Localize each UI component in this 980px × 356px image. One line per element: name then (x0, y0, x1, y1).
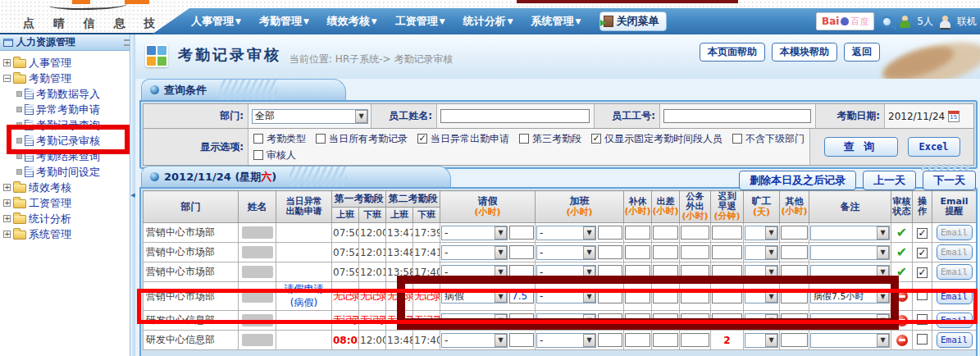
overtime-select[interactable]: -▼ (536, 289, 596, 304)
comp-hours-input[interactable] (625, 226, 650, 240)
option-不含下级部门[interactable]: 不含下级部门 (732, 132, 805, 146)
option-当日所有考勤记录[interactable]: 当日所有考勤记录 (316, 132, 408, 146)
sidebar-item-考勤时间设定[interactable]: 考勤时间设定 (3, 164, 135, 180)
employee-name-input[interactable] (440, 109, 590, 123)
email-button[interactable]: Email (937, 244, 973, 260)
email-button[interactable]: Email (937, 289, 973, 304)
contact-icon[interactable] (940, 16, 950, 28)
remark-combobox[interactable]: ▼ (810, 265, 890, 280)
option-审核人[interactable]: 审核人 (253, 148, 296, 162)
operation-checkbox-checked[interactable]: ✓ (917, 248, 928, 258)
absent-select[interactable]: ▼ (745, 289, 778, 304)
sidebar-item-工资管理[interactable]: +工资管理 (3, 195, 135, 211)
leave-select[interactable]: 病假▼ (441, 289, 508, 304)
overtime-hours-input[interactable] (598, 245, 622, 259)
option-考勤类型[interactable]: 考勤类型 (253, 132, 306, 146)
official-hours-input[interactable] (681, 265, 709, 279)
checkbox-unchecked[interactable] (732, 134, 742, 144)
official-hours-input[interactable] (681, 245, 709, 259)
sidebar-item-考勤记录审核[interactable]: 考勤记录审核 (3, 133, 135, 148)
absent-select[interactable]: ▼ (745, 333, 778, 348)
leave-hours-input[interactable] (509, 290, 534, 304)
email-button[interactable]: Email (937, 225, 973, 240)
trip-hours-input[interactable] (653, 290, 678, 304)
leave-select[interactable]: -▼ (441, 226, 508, 240)
other-hours-input[interactable] (781, 290, 808, 304)
remark-combobox[interactable]: ▼ (810, 333, 890, 348)
sidebar-item-人事管理[interactable]: +人事管理 (3, 55, 135, 71)
comp-hours-input[interactable] (625, 265, 650, 279)
overtime-select[interactable]: -▼ (536, 226, 596, 240)
absent-select[interactable]: ▼ (745, 245, 778, 260)
trip-hours-input[interactable] (653, 313, 678, 327)
checkbox-unchecked[interactable] (519, 134, 529, 144)
late-minutes-input[interactable] (712, 265, 742, 279)
trip-hours-input[interactable] (653, 245, 678, 259)
remark-combobox[interactable]: ▼ (810, 226, 890, 240)
sidebar-splitter[interactable]: ◀ (130, 34, 135, 356)
other-hours-input[interactable] (781, 313, 808, 327)
late-minutes-input[interactable] (712, 290, 742, 304)
official-hours-input[interactable] (681, 313, 709, 327)
operation-checkbox-checked[interactable]: ✓ (917, 267, 928, 278)
absent-select[interactable]: ▼ (745, 265, 778, 280)
nav-menu[interactable]: 人事管理▼ (191, 14, 241, 29)
header-button-返回[interactable]: 返回 (844, 43, 880, 62)
checkbox-unchecked[interactable] (253, 134, 263, 144)
header-button-本模块帮助[interactable]: 本模块帮助 (772, 43, 837, 62)
calendar-icon[interactable] (948, 111, 959, 122)
comp-hours-input[interactable] (625, 245, 650, 259)
overtime-hours-input[interactable] (598, 226, 622, 240)
checkbox-unchecked[interactable] (316, 134, 326, 144)
overtime-hours-input[interactable] (598, 313, 622, 327)
expand-icon[interactable]: + (3, 230, 11, 238)
comp-hours-input[interactable] (625, 313, 650, 327)
official-hours-input[interactable] (681, 333, 709, 347)
option-当日异常出勤申请[interactable]: ✓当日异常出勤申请 (417, 132, 509, 146)
late-minutes-input[interactable] (712, 245, 742, 259)
nav-menu[interactable]: 工资管理▼ (395, 14, 445, 29)
excel-export-button[interactable]: Excel (908, 137, 960, 157)
other-hours-input[interactable] (781, 245, 808, 259)
remark-combobox[interactable]: ▼ (810, 313, 890, 328)
overtime-hours-input[interactable] (598, 265, 622, 279)
other-hours-input[interactable] (781, 226, 808, 240)
leave-select[interactable]: -▼ (441, 333, 508, 348)
day-button-删除本日及之后记录[interactable]: 删除本日及之后记录 (739, 171, 856, 190)
sidebar-item-绩效考核[interactable]: +绩效考核 (3, 180, 135, 195)
sidebar-item-考勤结果查询[interactable]: 考勤结果查询 (3, 148, 135, 164)
email-button[interactable]: Email (937, 332, 973, 348)
option-仅显示固定考勤时间段人员[interactable]: ✓仅显示固定考勤时间段人员 (591, 132, 722, 146)
overtime-select[interactable]: -▼ (536, 313, 596, 328)
email-button[interactable]: Email (937, 264, 973, 280)
overtime-select[interactable]: -▼ (536, 333, 596, 348)
trip-hours-input[interactable] (653, 265, 678, 279)
sidebar-item-考勤记录查询[interactable]: 考勤记录查询 (3, 117, 135, 133)
sidebar-item-考勤管理[interactable]: −考勤管理 (3, 71, 135, 86)
option-第三考勤段[interactable]: 第三考勤段 (519, 132, 581, 146)
nav-menu[interactable]: 统计分析▼ (463, 14, 513, 29)
sidebar-item-系统管理[interactable]: +系统管理 (3, 226, 135, 242)
close-menu-button[interactable]: 关闭菜单 (599, 11, 667, 31)
late-minutes-input[interactable] (712, 313, 742, 327)
header-button-本页面帮助[interactable]: 本页面帮助 (700, 43, 765, 62)
checkbox-checked[interactable]: ✓ (417, 134, 427, 144)
search-button[interactable]: 查 询 (824, 137, 898, 157)
leave-hours-input[interactable] (509, 226, 534, 240)
day-button-下一天[interactable]: 下一天 (923, 171, 976, 190)
nav-menu[interactable]: 考勤管理▼ (259, 14, 309, 29)
expand-icon[interactable]: + (3, 215, 11, 222)
trip-hours-input[interactable] (653, 333, 678, 347)
absent-select[interactable]: ▼ (745, 226, 778, 240)
leave-hours-input[interactable] (509, 333, 534, 347)
baidu-search-box[interactable]: Bai 百度 (816, 12, 874, 30)
email-button[interactable]: Email (937, 313, 973, 328)
operation-checkbox-checked[interactable]: ✓ (917, 228, 928, 239)
dept-select[interactable]: 全部 ▼ (252, 109, 368, 124)
leave-hours-input[interactable] (509, 313, 534, 327)
sidebar-item-统计分析[interactable]: +统计分析 (3, 211, 135, 226)
other-hours-input[interactable] (781, 265, 808, 279)
leave-hours-input[interactable] (509, 245, 534, 259)
leave-select[interactable]: -▼ (441, 313, 508, 328)
trip-hours-input[interactable] (653, 226, 678, 240)
